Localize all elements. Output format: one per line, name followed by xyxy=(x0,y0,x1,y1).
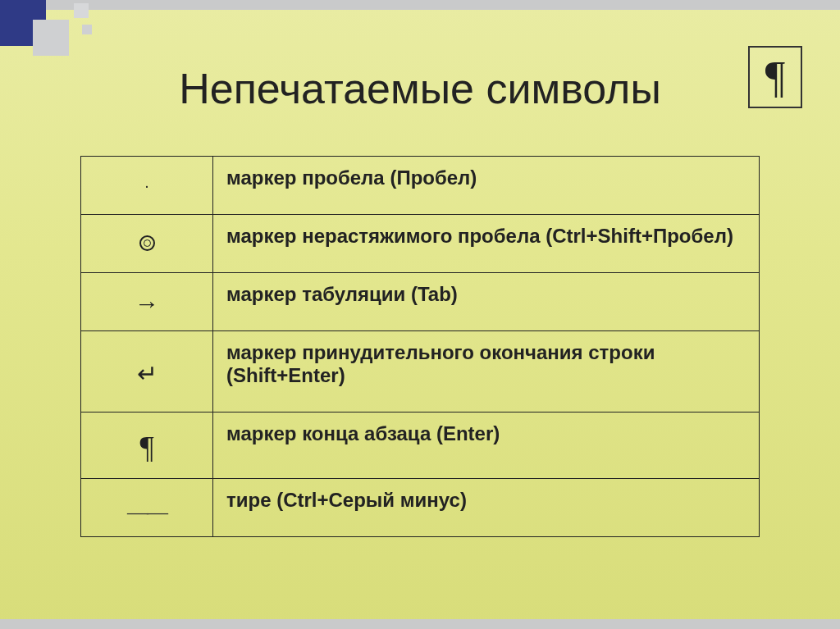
deco-square xyxy=(82,25,92,34)
symbol-cell: → xyxy=(81,273,213,331)
ring-icon xyxy=(139,235,155,251)
desc-cell: маркер табуляции (Tab) xyxy=(213,273,760,331)
desc-cell: тире (Ctrl+Серый минус) xyxy=(213,479,760,537)
symbol-cell xyxy=(81,215,213,273)
table-row: · маркер пробела (Пробел) xyxy=(81,157,760,215)
symbol-cell: · xyxy=(81,157,213,215)
symbol-cell: —— xyxy=(81,479,213,537)
bottom-strip xyxy=(0,619,840,629)
desc-cell: маркер пробела (Пробел) xyxy=(213,157,760,215)
table-row: ↵ маркер принудительного окончания строк… xyxy=(81,331,760,412)
page-title: Непечатаемые символы xyxy=(0,64,840,113)
table-row: ¶ маркер конца абзаца (Enter) xyxy=(81,412,760,479)
table-row: → маркер табуляции (Tab) xyxy=(81,273,760,331)
desc-cell: маркер принудительного окончания строки … xyxy=(213,331,760,412)
symbols-table: · маркер пробела (Пробел) маркер нерастя… xyxy=(80,156,760,537)
symbol-cell: ¶ xyxy=(81,412,213,479)
symbol-cell: ↵ xyxy=(81,331,213,412)
deco-square xyxy=(33,20,69,56)
pilcrow-icon: ¶ xyxy=(748,46,802,108)
deco-square xyxy=(74,3,89,18)
desc-cell: маркер нерастяжимого пробела (Ctrl+Shift… xyxy=(213,215,760,273)
slide: Непечатаемые символы ¶ · маркер пробела … xyxy=(0,0,840,629)
table-row: маркер нерастяжимого пробела (Ctrl+Shift… xyxy=(81,215,760,273)
desc-cell: маркер конца абзаца (Enter) xyxy=(213,412,760,479)
table-row: —— тире (Ctrl+Серый минус) xyxy=(81,479,760,537)
corner-deco xyxy=(0,0,180,57)
